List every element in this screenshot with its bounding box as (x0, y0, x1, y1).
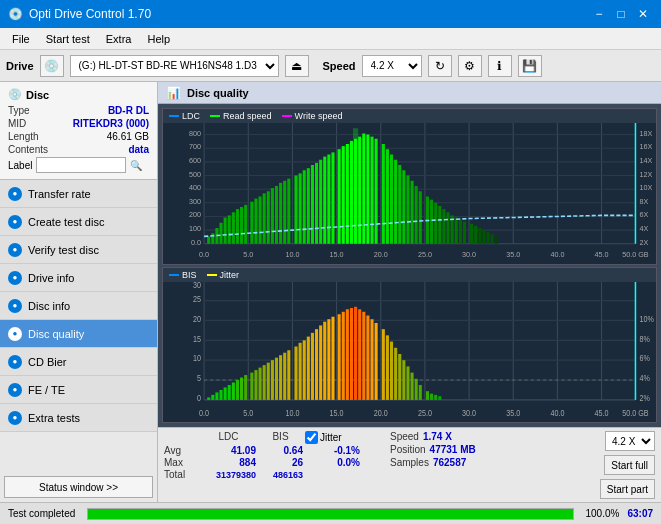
nav-icon-create-test-disc: ● (8, 215, 22, 229)
label-input[interactable] (36, 157, 126, 173)
sidebar-item-drive-info[interactable]: ● Drive info (0, 264, 157, 292)
svg-text:12X: 12X (640, 169, 653, 178)
svg-rect-49 (327, 155, 330, 244)
total-label: Total (164, 469, 199, 480)
svg-rect-53 (346, 144, 349, 244)
svg-rect-67 (406, 176, 409, 244)
svg-rect-43 (303, 170, 306, 244)
sidebar-item-transfer-rate[interactable]: ● Transfer rate (0, 180, 157, 208)
sidebar-item-extra-tests[interactable]: ● Extra tests (0, 404, 157, 432)
svg-text:25: 25 (193, 294, 202, 304)
svg-rect-45 (311, 165, 314, 244)
sidebar-item-verify-test-disc[interactable]: ● Verify test disc (0, 236, 157, 264)
svg-text:20.0: 20.0 (374, 250, 388, 259)
svg-text:700: 700 (189, 142, 201, 151)
sidebar: 💿 Disc Type BD-R DL MID RITEKDR3 (000) L… (0, 82, 158, 502)
menu-help[interactable]: Help (139, 31, 178, 47)
svg-rect-47 (319, 160, 322, 244)
info-button[interactable]: ℹ (488, 55, 512, 77)
svg-rect-191 (438, 396, 441, 400)
svg-rect-28 (236, 209, 239, 244)
stats-bar: LDC BIS Jitter Avg 41.09 0.64 -0.1% Max … (158, 427, 661, 502)
mid-label: MID (8, 118, 26, 129)
nav-icon-cd-bier: ● (8, 355, 22, 369)
svg-rect-182 (398, 353, 401, 399)
svg-text:8X: 8X (640, 197, 649, 206)
svg-rect-83 (478, 228, 481, 244)
label-icon[interactable]: 🔍 (130, 160, 142, 171)
svg-text:15.0: 15.0 (330, 408, 344, 418)
menu-file[interactable]: File (4, 31, 38, 47)
menu-start-test[interactable]: Start test (38, 31, 98, 47)
drive-select[interactable]: (G:) HL-DT-ST BD-RE WH16NS48 1.D3 (70, 55, 279, 77)
svg-rect-164 (319, 325, 322, 399)
nav-icon-disc-info: ● (8, 299, 22, 313)
chart1-legend: LDC Read speed Write speed (163, 109, 656, 123)
jitter-checkbox[interactable] (305, 431, 318, 444)
svg-rect-190 (434, 394, 437, 399)
bis-total: 486163 (258, 470, 303, 480)
length-value: 46.61 GB (107, 131, 149, 142)
disc-panel-title: Disc (26, 89, 49, 101)
svg-rect-189 (430, 393, 433, 399)
svg-rect-54 (350, 141, 353, 244)
svg-rect-175 (366, 315, 369, 399)
svg-rect-160 (303, 340, 306, 400)
avg-label: Avg (164, 445, 199, 456)
app-title: Opti Drive Control 1.70 (29, 7, 151, 21)
svg-rect-153 (271, 360, 274, 400)
svg-text:20.0: 20.0 (374, 408, 388, 418)
svg-rect-174 (362, 311, 365, 399)
sidebar-item-cd-bier[interactable]: ● CD Bier (0, 348, 157, 376)
svg-rect-80 (463, 222, 466, 244)
speed-action-select[interactable]: 4.2 X (605, 431, 655, 451)
menu-extra[interactable]: Extra (98, 31, 140, 47)
svg-rect-64 (394, 160, 397, 244)
svg-rect-32 (254, 199, 257, 244)
nav-label-create-test-disc: Create test disc (28, 216, 104, 228)
window-controls: − □ ✕ (589, 5, 653, 23)
settings-button[interactable]: ⚙ (458, 55, 482, 77)
start-part-button[interactable]: Start part (600, 479, 655, 499)
refresh-button[interactable]: ↻ (428, 55, 452, 77)
svg-text:35.0: 35.0 (506, 250, 520, 259)
svg-rect-24 (219, 223, 222, 244)
nav-label-cd-bier: CD Bier (28, 356, 67, 368)
chart-title-text: Disc quality (187, 87, 249, 99)
save-button[interactable]: 💾 (518, 55, 542, 77)
sidebar-item-create-test-disc[interactable]: ● Create test disc (0, 208, 157, 236)
svg-rect-156 (283, 352, 286, 399)
drive-icon-btn[interactable]: 💿 (40, 55, 64, 77)
svg-rect-81 (470, 224, 473, 244)
svg-text:300: 300 (189, 197, 201, 206)
ldc-total: 31379380 (201, 470, 256, 480)
svg-text:30.0: 30.0 (462, 250, 476, 259)
svg-rect-86 (491, 234, 494, 243)
sidebar-item-disc-quality[interactable]: ● Disc quality (0, 320, 157, 348)
title-bar: 💿 Opti Drive Control 1.70 − □ ✕ (0, 0, 661, 28)
svg-rect-29 (240, 207, 243, 244)
label-label: Label (8, 160, 32, 171)
eject-button[interactable]: ⏏ (285, 55, 309, 77)
close-button[interactable]: ✕ (633, 5, 653, 23)
svg-rect-74 (438, 206, 441, 244)
type-value: BD-R DL (108, 105, 149, 116)
svg-text:16X: 16X (640, 142, 653, 151)
status-window-button[interactable]: Status window >> (4, 476, 153, 498)
sidebar-item-disc-info[interactable]: ● Disc info (0, 292, 157, 320)
svg-rect-173 (358, 309, 361, 400)
maximize-button[interactable]: □ (611, 5, 631, 23)
speed-select[interactable]: 4.2 X (362, 55, 422, 77)
svg-text:0.0: 0.0 (191, 238, 201, 247)
chart-title-bar: 📊 Disc quality (158, 82, 661, 104)
start-full-button[interactable]: Start full (604, 455, 655, 475)
svg-rect-178 (382, 329, 385, 400)
svg-rect-30 (244, 205, 247, 244)
legend-ldc: LDC (182, 111, 200, 121)
svg-rect-57 (362, 134, 365, 244)
svg-rect-82 (474, 226, 477, 244)
sidebar-item-fe-te[interactable]: ● FE / TE (0, 376, 157, 404)
chart1-container: LDC Read speed Write speed (162, 108, 657, 265)
svg-rect-184 (406, 366, 409, 400)
minimize-button[interactable]: − (589, 5, 609, 23)
